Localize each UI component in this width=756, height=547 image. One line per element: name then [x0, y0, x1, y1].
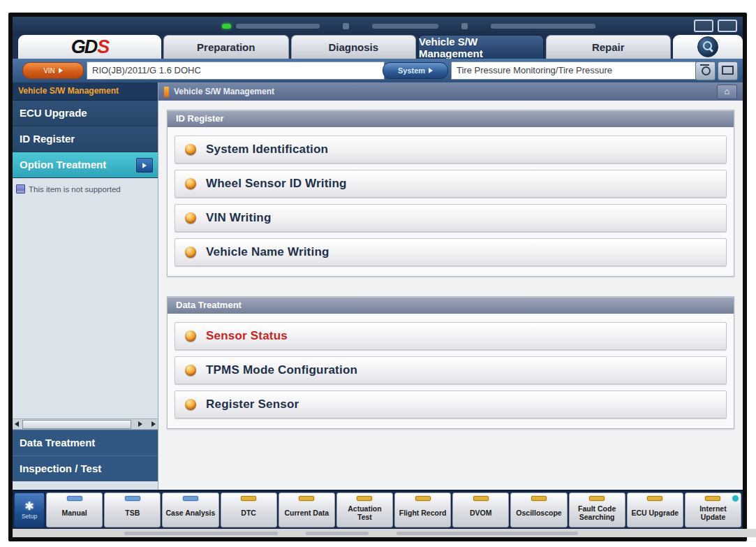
- gds-logo: GDS: [18, 35, 161, 59]
- menu-item-label: Register Sensor: [206, 398, 299, 411]
- bottom-toolbar: ✱ Setup Manual TSB Case Analysis DTC Cur…: [13, 490, 743, 529]
- toolbar-button-label: DVOM: [470, 503, 492, 517]
- toolbar-button-tsb[interactable]: TSB: [104, 493, 161, 527]
- sidebar-item-inspection-test[interactable]: Inspection / Test: [13, 455, 158, 481]
- sidebar-item-data-treatment[interactable]: Data Treatment: [13, 430, 158, 455]
- expand-arrow-button[interactable]: [136, 158, 153, 173]
- vin-button[interactable]: VIN: [22, 62, 84, 79]
- led-indicator: [647, 496, 662, 501]
- sidebar-bottom-items: Data Treatment Inspection / Test: [13, 430, 158, 490]
- notice-text: This item is not supported: [29, 185, 121, 194]
- system-button-label: System: [398, 66, 425, 75]
- bullet-ball-icon: [185, 330, 196, 342]
- sidebar-item-id-register[interactable]: ID Register: [13, 126, 158, 152]
- menu-item-register-sensor[interactable]: Register Sensor: [175, 391, 727, 418]
- menu-item-system-identification[interactable]: System Identification: [175, 136, 727, 163]
- bottom-status-strip: [13, 529, 756, 537]
- screen-view-button[interactable]: [718, 61, 738, 80]
- tab-vehicle-sw-management[interactable]: Vehicle S/W Management: [418, 35, 544, 59]
- sidebar-item-option-treatment[interactable]: Option Treatment: [13, 152, 158, 178]
- bullet-ball-icon: [185, 212, 196, 224]
- menu-item-tpms-mode-configuration[interactable]: TPMS Mode Configuration: [175, 356, 727, 384]
- close-icon[interactable]: [718, 20, 737, 32]
- led-indicator: [705, 496, 720, 501]
- sidebar: Vehicle S/W Management ECU Upgrade ID Re…: [13, 82, 158, 490]
- search-icon[interactable]: [697, 36, 718, 57]
- scrollbar-thumb[interactable]: [22, 420, 131, 429]
- led-indicator: [67, 496, 82, 501]
- toolbar-button-label: Case Analysis: [166, 503, 216, 517]
- toolbar-button-internet-update[interactable]: Internet Update: [685, 493, 741, 527]
- toolbar-button-current-data[interactable]: Current Data: [279, 493, 335, 527]
- setup-button-label: Setup: [22, 513, 37, 520]
- sidebar-notice: This item is not supported: [13, 178, 158, 194]
- menu-item-wheel-sensor-id-writing[interactable]: Wheel Sensor ID Writing: [175, 170, 727, 198]
- scroll-left-icon[interactable]: [15, 421, 19, 427]
- toolbar-button-flight-record[interactable]: Flight Record: [394, 493, 451, 527]
- tab-preparation[interactable]: Preparation: [163, 35, 289, 59]
- toolbar-button-dtc[interactable]: DTC: [221, 493, 277, 527]
- toolbar-button-fault-code-searching[interactable]: Fault Code Searching: [569, 493, 625, 527]
- section-data-treatment: Data Treatment Sensor Status TPMS Mode C…: [167, 296, 734, 429]
- toolbar-button-manual[interactable]: Manual: [46, 493, 103, 527]
- logo-s: S: [97, 36, 108, 57]
- menu-item-label: System Identification: [206, 143, 328, 156]
- led-indicator: [125, 496, 140, 501]
- info-grid-icon: [16, 184, 25, 194]
- toolbar-button-label: TSB: [125, 503, 140, 517]
- tab-diagnosis[interactable]: Diagnosis: [291, 35, 417, 59]
- toolbar-button-dvom[interactable]: DVOM: [452, 493, 509, 527]
- toolbar-button-actuation-test[interactable]: Actuation Test: [336, 493, 393, 527]
- toolbar-button-oscilloscope[interactable]: Oscilloscope: [510, 493, 567, 527]
- menu-item-label: TPMS Mode Configuration: [206, 363, 357, 377]
- minimize-icon[interactable]: [694, 20, 713, 32]
- toolbar-button-label: Flight Record: [399, 503, 447, 517]
- status-icon-placeholder: [461, 23, 468, 29]
- menu-item-sensor-status[interactable]: Sensor Status: [175, 322, 727, 350]
- menu-item-vehicle-name-writing[interactable]: Vehicle Name Writing: [175, 238, 727, 266]
- section-title: Data Treatment: [168, 297, 734, 314]
- camera-button[interactable]: [695, 61, 716, 80]
- status-bar: [13, 17, 743, 35]
- header-marker-icon: [164, 87, 169, 97]
- bullet-ball-icon: [185, 365, 196, 376]
- vin-arrow-icon: [59, 68, 63, 73]
- led-indicator: [531, 496, 547, 501]
- toolbar-button-label: ECU Upgrade: [631, 503, 679, 517]
- led-indicator: [183, 496, 198, 501]
- status-text-placeholder: [236, 24, 320, 29]
- toolbar-button-label: Internet Update: [692, 499, 733, 521]
- vehicle-field[interactable]: RIO(JB)/2011/G 1.6 DOHC: [87, 61, 385, 80]
- setup-button[interactable]: ✱ Setup: [14, 493, 45, 527]
- connection-status-indicators: [222, 23, 595, 29]
- section-title: ID Register: [168, 110, 734, 127]
- scroll-right-edge-icon[interactable]: [151, 421, 156, 427]
- sidebar-horizontal-scrollbar[interactable]: [13, 418, 158, 430]
- system-field[interactable]: Tire Pressure Monitoring/Tire Pressure: [451, 61, 696, 80]
- menu-item-label: Wheel Sensor ID Writing: [206, 177, 347, 191]
- tab-repair[interactable]: Repair: [546, 35, 672, 59]
- led-indicator: [589, 496, 605, 501]
- sidebar-title: Vehicle S/W Management: [13, 82, 158, 101]
- scroll-right-icon[interactable]: [138, 421, 142, 427]
- gds-app-window: GDS Preparation Diagnosis Vehicle S/W Ma…: [8, 13, 747, 541]
- search-tab: [673, 35, 743, 59]
- logo-gd: GD: [71, 36, 97, 57]
- led-indicator: [357, 496, 372, 501]
- section-id-register: ID Register System Identification Wheel …: [167, 110, 734, 277]
- gear-icon: ✱: [24, 501, 34, 512]
- toolbar-button-ecu-upgrade[interactable]: ECU Upgrade: [627, 493, 683, 527]
- toolbar-button-label: Oscilloscope: [516, 503, 561, 517]
- status-text-placeholder: [491, 24, 595, 29]
- sidebar-item-ecu-upgrade[interactable]: ECU Upgrade: [13, 101, 158, 126]
- menu-item-vin-writing[interactable]: VIN Writing: [175, 204, 727, 232]
- system-button[interactable]: System: [383, 62, 448, 79]
- toolbar-button-case-analysis[interactable]: Case Analysis: [162, 493, 218, 527]
- led-indicator: [473, 496, 489, 501]
- capture-icon[interactable]: ⌂: [717, 85, 737, 99]
- led-indicator: [241, 496, 256, 501]
- vehicle-system-bar: VIN RIO(JB)/2011/G 1.6 DOHC System Tire …: [13, 59, 743, 82]
- sidebar-item-label: Option Treatment: [20, 159, 106, 170]
- vin-button-label: VIN: [43, 67, 55, 75]
- toolbar-button-label: DTC: [241, 503, 256, 517]
